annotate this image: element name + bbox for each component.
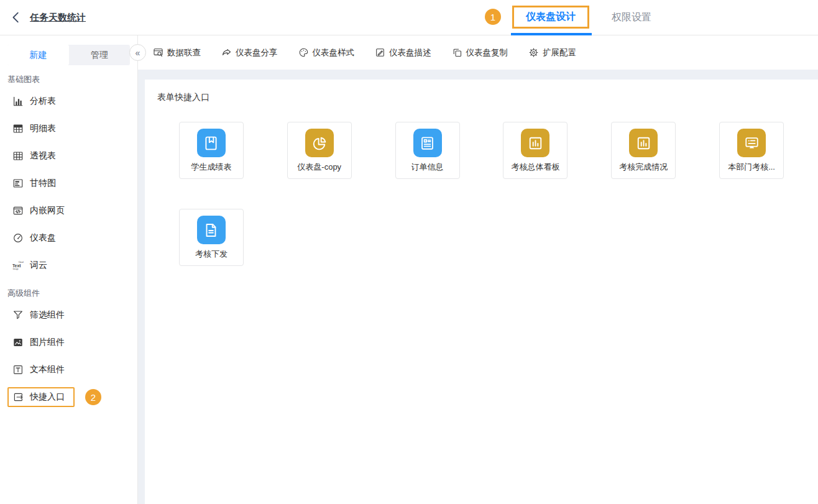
- screen-icon: [737, 129, 766, 157]
- copy-icon: [452, 47, 462, 58]
- sidebar-item-label: 图片组件: [30, 337, 65, 348]
- sidebar-tab-manage[interactable]: 管理: [69, 45, 131, 65]
- sidebar-sections: 基础图表分析表明细表透视表甘特图内嵌网页仪表盘TextCloudDesign词云…: [0, 65, 137, 411]
- sidebar-tab-switcher: 新建 管理: [7, 45, 130, 65]
- word-cloud-icon: TextCloudDesign: [12, 260, 24, 271]
- main-layout: 新建 管理 基础图表分析表明细表透视表甘特图内嵌网页仪表盘TextCloudDe…: [0, 35, 818, 504]
- shortcut-card-label: 考核完成情况: [619, 162, 668, 173]
- form-icon: [413, 129, 442, 157]
- annotation-badge-1: 1: [485, 9, 501, 25]
- annotation-box-shortcut: 快捷入口: [7, 387, 75, 407]
- shortcut-card[interactable]: 考核总体看板: [503, 122, 568, 179]
- bar-chart-icon: [12, 96, 24, 107]
- palette-icon: [298, 47, 309, 58]
- toolbar-item-dashboard-copy[interactable]: 仪表盘复制: [452, 47, 508, 58]
- sidebar-item-label: 内嵌网页: [30, 205, 65, 216]
- sidebar-item-shortcut-entry[interactable]: 快捷入口2: [0, 383, 137, 411]
- detail-table-icon: [12, 123, 24, 134]
- sidebar-item-label: 明细表: [30, 123, 56, 134]
- sidebar-tab-new[interactable]: 新建: [7, 45, 69, 65]
- shortcut-card[interactable]: 考核完成情况: [611, 122, 676, 179]
- shortcut-card[interactable]: 仪表盘-copy: [287, 122, 352, 179]
- toolbar-item-label: 仪表盘复制: [466, 47, 508, 58]
- sidebar-item-label: 甘特图: [30, 178, 56, 189]
- toolbar-item-extended-config[interactable]: 扩展配置: [528, 47, 576, 58]
- sidebar-item-label: 透视表: [30, 150, 56, 162]
- top-bar: 任务天数统计 1 仪表盘设计 权限设置: [0, 0, 818, 35]
- sidebar-item-embed-web[interactable]: 内嵌网页: [0, 197, 137, 224]
- sidebar-item-text-component[interactable]: 文本组件: [0, 356, 137, 383]
- shortcut-card[interactable]: 本部门考核...: [719, 122, 784, 179]
- board-chart-icon: [629, 129, 658, 157]
- sidebar-item-label: 筛选组件: [30, 309, 65, 321]
- sidebar-item-pivot-table[interactable]: 透视表: [0, 142, 137, 170]
- sidebar-item-inner: 内嵌网页: [12, 205, 65, 216]
- svg-text:Cloud: Cloud: [19, 261, 24, 263]
- gauge-icon: [12, 232, 24, 244]
- sidebar-item-label: 仪表盘: [30, 232, 56, 244]
- gear-icon: [528, 47, 539, 58]
- share-icon: [221, 47, 232, 58]
- chevron-left-icon: [9, 11, 23, 24]
- back-button[interactable]: [9, 11, 23, 24]
- sidebar-item-inner: 图片组件: [12, 337, 65, 348]
- text-icon: [12, 364, 24, 375]
- toolbar-item-dashboard-style[interactable]: 仪表盘样式: [298, 47, 355, 58]
- shortcut-widget-panel[interactable]: 表单快捷入口 学生成绩表仪表盘-copy订单信息考核总体看板考核完成情况本部门考…: [145, 80, 818, 504]
- desc-icon: [375, 47, 385, 58]
- toolbar-item-data-lookup[interactable]: 数据联查: [153, 47, 201, 58]
- toolbar-item-label: 仪表盘分享: [236, 47, 278, 58]
- sidebar-item-label: 分析表: [30, 96, 56, 107]
- sidebar-item-inner: 分析表: [12, 96, 56, 107]
- content-area: « 数据联查仪表盘分享仪表盘样式仪表盘描述仪表盘复制扩展配置 表单快捷入口 学生…: [138, 35, 818, 504]
- dashboard-toolbar: « 数据联查仪表盘分享仪表盘样式仪表盘描述仪表盘复制扩展配置: [138, 35, 818, 70]
- sidebar-item-label: 词云: [30, 260, 47, 271]
- sidebar-section-title: 基础图表: [0, 65, 137, 88]
- sidebar-item-image-component[interactable]: 图片组件: [0, 329, 137, 356]
- toolbar-items: 数据联查仪表盘分享仪表盘样式仪表盘描述仪表盘复制扩展配置: [153, 47, 576, 58]
- shortcut-card[interactable]: 订单信息: [395, 122, 460, 179]
- sidebar-item-dashboard-gauge[interactable]: 仪表盘: [0, 224, 137, 252]
- gantt-icon: [12, 178, 24, 189]
- svg-text:Design: Design: [13, 268, 19, 270]
- toolbar-item-dashboard-share[interactable]: 仪表盘分享: [221, 47, 278, 58]
- sidebar-section-title: 高级组件: [0, 279, 137, 301]
- toolbar-item-label: 仪表盘样式: [313, 47, 355, 58]
- dashboard-canvas: 表单快捷入口 学生成绩表仪表盘-copy订单信息考核总体看板考核完成情况本部门考…: [138, 70, 818, 504]
- sidebar-item-inner: 文本组件: [12, 364, 65, 375]
- toolbar-item-dashboard-description[interactable]: 仪表盘描述: [375, 47, 431, 58]
- sidebar-item-word-cloud[interactable]: TextCloudDesign词云: [0, 252, 137, 279]
- tab-dashboard-design[interactable]: 仪表盘设计: [512, 6, 589, 29]
- sidebar-item-filter-component[interactable]: 筛选组件: [0, 301, 137, 329]
- shortcut-card-label: 本部门考核...: [728, 162, 775, 173]
- notebook-icon: [197, 129, 226, 157]
- shortcut-cards-grid: 学生成绩表仪表盘-copy订单信息考核总体看板考核完成情况本部门考核...考核下…: [157, 122, 806, 266]
- shortcut-card-label: 考核总体看板: [511, 162, 559, 173]
- sidebar-item-inner: 透视表: [12, 150, 56, 162]
- svg-text:Text: Text: [12, 263, 21, 268]
- sidebar-item-detail-table[interactable]: 明细表: [0, 115, 137, 142]
- sidebar-item-label: 快捷入口: [30, 392, 65, 403]
- sidebar-item-label: 文本组件: [30, 364, 65, 375]
- sidebar-collapse-button[interactable]: «: [129, 44, 146, 61]
- shortcut-card-label: 订单信息: [411, 162, 444, 173]
- toolbar-item-label: 扩展配置: [543, 47, 576, 58]
- shortcut-icon: [12, 392, 24, 403]
- sidebar-item-analysis-table[interactable]: 分析表: [0, 88, 137, 115]
- toolbar-item-label: 仪表盘描述: [389, 47, 431, 58]
- shortcut-card[interactable]: 学生成绩表: [179, 122, 244, 179]
- filter-icon: [12, 309, 24, 321]
- annotation-badge-2: 2: [85, 389, 101, 405]
- tab-permission-settings[interactable]: 权限设置: [612, 0, 651, 35]
- widget-title: 表单快捷入口: [157, 92, 806, 103]
- image-icon: [12, 337, 24, 348]
- sidebar-item-inner: 明细表: [12, 123, 56, 134]
- sidebar-item-gantt-chart[interactable]: 甘特图: [0, 170, 137, 197]
- page-title[interactable]: 任务天数统计: [30, 12, 86, 24]
- shortcut-card-label: 仪表盘-copy: [297, 162, 341, 173]
- shortcut-card-label: 考核下发: [195, 249, 227, 260]
- shortcut-card[interactable]: 考核下发: [179, 209, 244, 266]
- document-icon: [197, 216, 226, 244]
- pivot-table-icon: [12, 150, 24, 162]
- lookup-icon: [153, 47, 163, 58]
